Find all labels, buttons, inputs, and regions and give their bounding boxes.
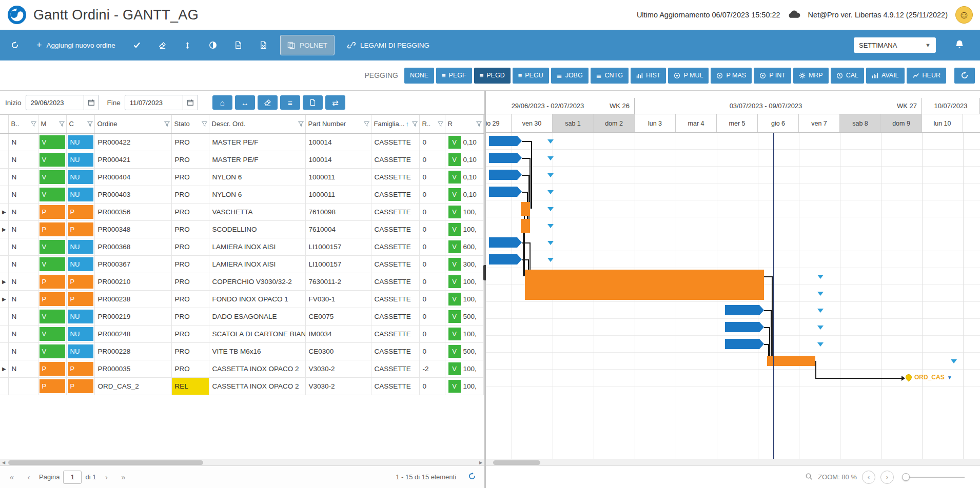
pegging-mode-p-mul[interactable]: P MUL bbox=[668, 68, 709, 84]
fine-date-input[interactable] bbox=[125, 95, 183, 110]
table-row[interactable]: NVNUPR000219PRODADO ESAGONALECE0075CASSE… bbox=[0, 308, 483, 325]
fit-range-button[interactable]: ↔ bbox=[235, 95, 255, 110]
first-page-button[interactable]: « bbox=[5, 471, 18, 484]
gantt-bar-pr000403[interactable] bbox=[489, 187, 522, 197]
gantt-hscroll-thumb[interactable] bbox=[493, 460, 540, 465]
row-menu-button[interactable]: ≡ bbox=[280, 95, 300, 110]
table-row[interactable]: ▶NPPPR000210PROCOPERCHIO V3030/32-276300… bbox=[0, 273, 483, 290]
gantt-bar-pr000356[interactable] bbox=[521, 202, 530, 216]
gantt-bar-pr000035[interactable] bbox=[767, 356, 815, 366]
avatar[interactable]: ☺ bbox=[955, 6, 973, 24]
gantt-bar-pr000404[interactable] bbox=[489, 170, 522, 180]
filter-icon[interactable] bbox=[364, 121, 369, 127]
pegging-mode-mrp[interactable]: MRP bbox=[793, 68, 829, 84]
chevron-down-icon[interactable]: ▼ bbox=[947, 375, 952, 380]
pegging-mode-cntg[interactable]: ≣CNTG bbox=[591, 68, 629, 84]
filter-icon[interactable] bbox=[202, 121, 207, 127]
expand-icon[interactable]: ▶ bbox=[0, 273, 8, 290]
expand-icon[interactable]: ▶ bbox=[0, 290, 8, 308]
gantt-bar-pr000248[interactable] bbox=[725, 322, 764, 332]
pegging-mode-p-mas[interactable]: P MAS bbox=[711, 68, 752, 84]
pegging-mode-p-int[interactable]: P INT bbox=[754, 68, 791, 84]
gantt-bar-pr000367[interactable] bbox=[489, 254, 522, 265]
expand-icon[interactable]: ▶ bbox=[0, 203, 8, 220]
home-button[interactable]: ⌂ bbox=[212, 95, 232, 110]
zoom-in-button[interactable]: › bbox=[880, 471, 894, 484]
table-row[interactable]: ▶NPPPR000238PROFONDO INOX OPACO 1FV030-1… bbox=[0, 290, 483, 308]
add-order-button[interactable]: +Aggiungi nuovo ordine bbox=[28, 30, 124, 60]
table-row[interactable]: PPORD_CAS_2RELCASSETTA INOX OPACO 2V3030… bbox=[0, 377, 483, 395]
scroll-right-icon[interactable]: ▶ bbox=[477, 459, 484, 465]
pegging-mode-cal[interactable]: CAL bbox=[831, 68, 864, 84]
inizio-calendar-button[interactable] bbox=[84, 95, 99, 110]
filter-icon[interactable] bbox=[87, 121, 93, 127]
table-hscroll-thumb[interactable] bbox=[8, 460, 203, 465]
gantt-bar-pr000368[interactable] bbox=[489, 237, 522, 248]
page-input[interactable] bbox=[63, 471, 82, 484]
confirm-button[interactable] bbox=[124, 30, 150, 60]
clean-button[interactable] bbox=[150, 30, 175, 60]
expand-icon[interactable]: ▶ bbox=[0, 360, 8, 377]
inizio-date-input[interactable] bbox=[26, 95, 84, 110]
table-row[interactable]: NVNUPR000248PROSCATOLA DI CARTONE BIANCO… bbox=[0, 325, 483, 342]
filter-icon[interactable] bbox=[31, 121, 36, 127]
last-page-button[interactable]: » bbox=[116, 471, 130, 484]
gantt-day-cell: gio 29 bbox=[486, 114, 512, 132]
table-row[interactable]: NVNUPR000404PRONYLON 61000011CASSETTE0V0… bbox=[0, 168, 483, 186]
scroll-left-icon[interactable]: ◀ bbox=[0, 459, 7, 465]
next-page-button[interactable]: › bbox=[100, 471, 113, 484]
pegging-mode-pegf[interactable]: ≡PEGF bbox=[436, 68, 472, 84]
pegging-mode-pegu[interactable]: ≡PEGU bbox=[513, 68, 549, 84]
filter-icon[interactable] bbox=[59, 121, 65, 127]
table-row[interactable]: ▶NPPPR000035PROCASSETTA INOX OPACO 2V303… bbox=[0, 360, 483, 377]
pegging-mode-hist[interactable]: HIST bbox=[631, 68, 666, 84]
gantt-bar-pr000228[interactable] bbox=[725, 339, 764, 349]
gantt-bar-pr000348[interactable] bbox=[521, 219, 530, 233]
pegging-mode-heur[interactable]: HEUR bbox=[907, 68, 946, 84]
pegging-mode-avail[interactable]: AVAIL bbox=[866, 68, 905, 84]
export-excel-button[interactable] bbox=[251, 30, 276, 60]
zoom-slider-knob[interactable] bbox=[902, 473, 910, 481]
expand-icon[interactable]: ▶ bbox=[0, 220, 8, 238]
table-hscrollbar[interactable]: ◀ ▶ bbox=[0, 459, 484, 465]
filter-icon[interactable] bbox=[412, 121, 418, 127]
pegging-mode-none[interactable]: NONE bbox=[404, 68, 434, 84]
refresh-button[interactable] bbox=[2, 30, 28, 60]
filter-icon[interactable] bbox=[438, 121, 443, 127]
reorder-button[interactable]: ⇄ bbox=[325, 95, 345, 110]
period-select[interactable]: SETTIMANA ▼ bbox=[854, 37, 936, 53]
table-row[interactable]: NVNUPR000228PROVITE TB M6x16CE0300CASSET… bbox=[0, 342, 483, 360]
polnet-button[interactable]: POLNET bbox=[280, 35, 335, 55]
clear-filter-button[interactable] bbox=[258, 95, 278, 110]
zoom-out-button[interactable]: ‹ bbox=[862, 471, 875, 484]
filter-icon[interactable] bbox=[476, 121, 482, 127]
pegging-refresh-button[interactable] bbox=[954, 68, 975, 84]
gantt-row-line bbox=[486, 217, 980, 234]
gantt-bar-pr000421[interactable] bbox=[489, 153, 522, 163]
table-row[interactable]: NVNUPR000368PROLAMIERA INOX AISILI100015… bbox=[0, 238, 483, 255]
table-row[interactable]: NVNUPR000421PROMASTER PE/F100014CASSETTE… bbox=[0, 151, 483, 168]
table-row[interactable]: NVNUPR000403PRONYLON 61000011CASSETTE0V0… bbox=[0, 186, 483, 203]
gantt-bar-pr000219[interactable] bbox=[725, 305, 764, 315]
export-pdf-button[interactable] bbox=[226, 30, 251, 60]
table-row[interactable]: ▶NPPPR000348PROSCODELLINO7610004CASSETTE… bbox=[0, 220, 483, 238]
pegging-links-button[interactable]: LEGAMI DI PEGGING bbox=[339, 30, 438, 60]
gantt-hscrollbar[interactable] bbox=[486, 459, 980, 465]
gantt-bar-pr000210[interactable] bbox=[525, 270, 764, 300]
pegging-mode-jobg[interactable]: ≣JOBG bbox=[551, 68, 589, 84]
table-row[interactable]: ▶NPPPR000356PROVASCHETTA7610098CASSETTE0… bbox=[0, 203, 483, 220]
gantt-bar-pr000422[interactable] bbox=[489, 136, 522, 146]
prev-page-button[interactable]: ‹ bbox=[22, 471, 35, 484]
table-row[interactable]: NVNUPR000422PROMASTER PE/F100014CASSETTE… bbox=[0, 133, 483, 151]
report-button[interactable] bbox=[303, 95, 323, 110]
fine-calendar-button[interactable] bbox=[183, 95, 198, 110]
pegging-mode-pegd[interactable]: ≡PEGD bbox=[474, 68, 511, 84]
notifications-button[interactable] bbox=[951, 39, 968, 52]
filter-icon[interactable] bbox=[298, 121, 304, 127]
filter-icon[interactable] bbox=[164, 121, 170, 127]
table-refresh-button[interactable] bbox=[465, 472, 479, 482]
contrast-button[interactable] bbox=[200, 30, 226, 60]
zoom-slider[interactable] bbox=[903, 477, 965, 478]
expand-rows-button[interactable] bbox=[175, 30, 200, 60]
table-row[interactable]: NVNUPR000367PROLAMIERA INOX AISILI100015… bbox=[0, 255, 483, 273]
